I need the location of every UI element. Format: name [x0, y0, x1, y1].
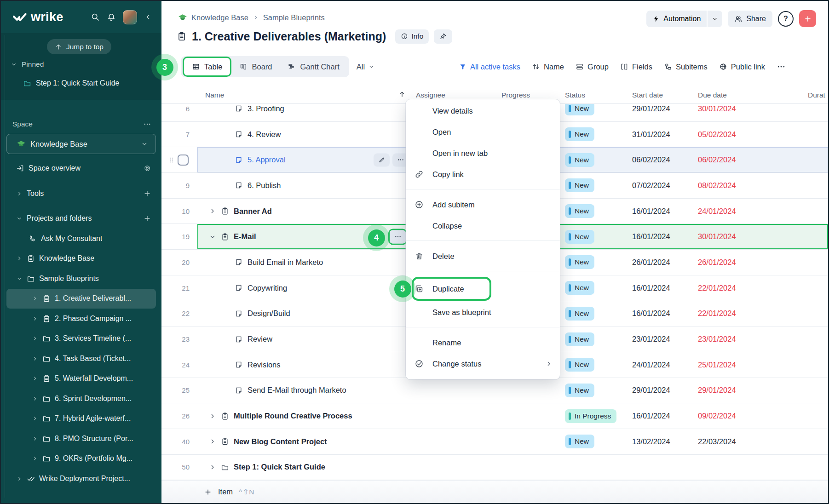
status-badge[interactable]: New [565, 127, 594, 141]
filter-button[interactable]: All active tasks [459, 63, 520, 71]
status-bar [569, 387, 571, 394]
menu-item-save-as-blueprint[interactable]: Save as blueprint [406, 302, 560, 323]
status-badge[interactable]: New [565, 435, 594, 448]
sidebar-item-6-sprint-developmen[interactable]: 6. Sprint Developmen... [6, 389, 156, 409]
wrike-logo[interactable]: wrike [13, 11, 63, 23]
plus-icon[interactable] [143, 214, 151, 223]
sidebar-item-knowledge-base[interactable]: Knowledge Base [6, 249, 156, 269]
status-badge[interactable]: New [565, 104, 594, 115]
automation-button[interactable]: Automation [646, 11, 722, 27]
task-name: Review [197, 335, 272, 344]
sidebar-item-4-task-based-ticket[interactable]: 4. Task Based (Ticket... [6, 349, 156, 369]
plus-icon[interactable] [143, 189, 151, 198]
row-checkbox[interactable] [178, 155, 189, 166]
pin-button[interactable] [434, 29, 452, 44]
column-header-durat[interactable]: Durat [808, 91, 825, 99]
search-icon[interactable] [91, 12, 100, 22]
jump-to-top-button[interactable]: Jump to top [47, 39, 111, 54]
tab-board[interactable]: Board [231, 58, 280, 75]
sidebar-item-3-services-timeline[interactable]: 3. Services Timeline (... [6, 329, 156, 349]
breadcrumb-knowledge-base[interactable]: Knowledge Base [191, 13, 248, 22]
tab-table[interactable]: Table [183, 57, 231, 77]
sidebar-item-7-hybrid-agile-waterf[interactable]: 7. Hybrid Agile-waterf... [6, 409, 156, 429]
gear-icon[interactable] [143, 164, 151, 172]
table-row[interactable]: 50Step 1: Quick Start Guide [161, 455, 828, 480]
status-badge[interactable]: New [565, 332, 594, 346]
subitems-button[interactable]: Subitems [664, 63, 708, 71]
menu-item-collapse[interactable]: Collapse [406, 215, 560, 236]
more-options-icon[interactable] [777, 62, 786, 71]
menu-item-delete[interactable]: Delete [406, 246, 560, 267]
more-button[interactable] [390, 230, 406, 243]
status-badge[interactable]: New [565, 307, 594, 321]
column-header-start-date[interactable]: Start date [632, 91, 663, 99]
edit-button[interactable] [374, 153, 390, 166]
fields-button[interactable]: Fields [620, 63, 652, 71]
menu-item-view-details[interactable]: View details [406, 100, 560, 121]
sidebar-item-sample-blueprints[interactable]: Sample Blueprints [6, 269, 156, 289]
create-button[interactable] [799, 10, 816, 27]
chevron-down-icon [11, 61, 17, 68]
status-badge[interactable]: In Progress [565, 409, 616, 423]
space-more-icon[interactable] [143, 120, 151, 128]
notifications-bell-icon[interactable] [107, 12, 116, 22]
sidebar-item-8-pmo-structure-por[interactable]: 8. PMO Structure (Por... [6, 429, 156, 449]
column-header-name[interactable]: Name [205, 91, 224, 99]
user-avatar[interactable] [123, 10, 137, 24]
view-all-dropdown[interactable]: All [349, 63, 382, 71]
sort-button[interactable]: Name [532, 63, 564, 71]
status-badge[interactable]: New [565, 204, 594, 218]
status-badge[interactable]: New [565, 281, 594, 295]
table-row[interactable]: 26Multiple Round Creative ProcessIn Prog… [161, 403, 828, 429]
pinned-header[interactable]: Pinned [11, 57, 44, 71]
sidebar-item-tools[interactable]: Tools [6, 183, 156, 204]
help-button[interactable]: ? [778, 11, 794, 27]
column-header-status[interactable]: Status [565, 91, 585, 99]
sidebar-item-1-creative-deliverabl[interactable]: 1. Creative Deliverabl... [6, 289, 156, 309]
sidebar-item-5-waterfall-developm[interactable]: 5. Waterfall Developm... [6, 369, 156, 389]
row-number: 6 [186, 105, 190, 113]
row-number: 19 [182, 233, 190, 241]
pinned-label: Pinned [22, 60, 44, 69]
collapse-sidebar-icon[interactable] [144, 13, 152, 21]
menu-item-open[interactable]: Open [406, 121, 560, 143]
status-badge[interactable]: New [565, 358, 594, 372]
status-badge[interactable]: New [565, 255, 594, 269]
sidebar-item-space-overview[interactable]: Space overview [6, 158, 156, 178]
sidebar-item-projects-and-folders[interactable]: Projects and folders [6, 208, 156, 229]
menu-item-add-subitem[interactable]: Add subitem [406, 194, 560, 215]
sidebar-item-quick-start-guide[interactable]: Step 1: Quick Start Guide [6, 74, 156, 92]
sidebar-item-2-phased-campaign[interactable]: 2. Phased Campaign ... [6, 309, 156, 329]
sidebar-item-ask-my-consultant[interactable]: Ask My Consultant [6, 229, 156, 249]
sidebar-item-wrike-deployment-project[interactable]: Wrike Deployment Project... [6, 469, 156, 489]
column-header-progress[interactable]: Progress [501, 91, 530, 99]
menu-item-change-status[interactable]: Change status [406, 353, 560, 374]
automation-dropdown[interactable] [708, 11, 722, 27]
group-button[interactable]: Group [576, 63, 609, 71]
status-badge[interactable]: New [565, 153, 594, 167]
status-badge[interactable]: New [565, 384, 594, 397]
project-icon [221, 207, 229, 215]
menu-item-duplicate[interactable]: Duplicate [406, 276, 560, 302]
column-header-assignee[interactable]: Assignee [416, 91, 445, 99]
task-icon [235, 130, 243, 138]
row-gutter: 24 [161, 352, 197, 378]
breadcrumb-sample-blueprints[interactable]: Sample Blueprints [263, 13, 325, 22]
column-header-due-date[interactable]: Due date [698, 91, 727, 99]
status-badge[interactable]: New [565, 178, 594, 192]
share-button[interactable]: Share [728, 11, 772, 27]
tab-gantt-chart[interactable]: Gantt Chart [280, 58, 347, 75]
chevron-down-icon [368, 63, 374, 70]
table-row[interactable]: 40New Blog Content ProjectNew13/02/20242… [161, 429, 828, 455]
menu-item-rename[interactable]: Rename [406, 332, 560, 353]
menu-item-open-in-new-tab[interactable]: Open in new tab [406, 143, 560, 164]
row-number: 23 [182, 335, 190, 343]
sidebar-item-9-okrs-portfolio-mg[interactable]: 9. OKRs (Portfolio Mg... [6, 449, 156, 469]
table-row[interactable]: 25Send E-Mail through MarketoNew29/01/20… [161, 378, 828, 404]
public-link-button[interactable]: Public link [719, 63, 765, 71]
status-badge[interactable]: New [565, 230, 594, 244]
add-item-button[interactable]: Item [218, 487, 233, 496]
info-button[interactable]: Info [395, 29, 429, 44]
menu-item-copy-link[interactable]: Copy link [406, 164, 560, 185]
space-selector[interactable]: Knowledge Base [6, 134, 156, 154]
